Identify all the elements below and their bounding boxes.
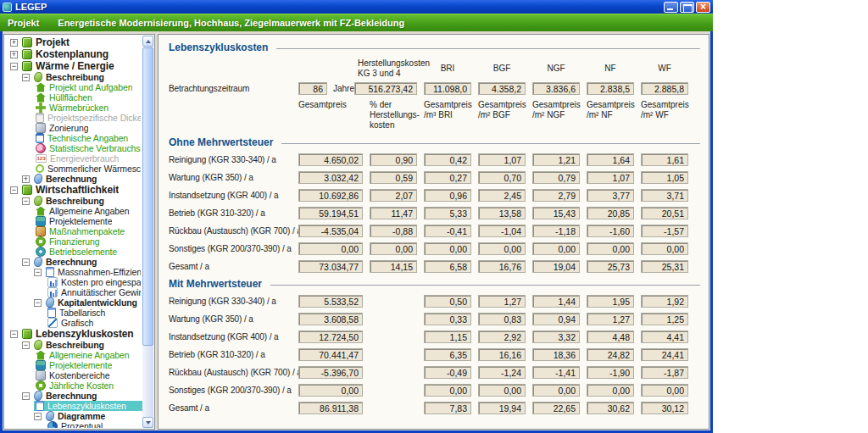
tree-item-zonierung[interactable]: Zonierung [5,123,142,133]
value-field-gesamtpreis[interactable]: 3.608,58 [298,313,363,325]
value-field-gesamtpreis[interactable]: 86.911,38 [298,402,363,414]
value-field-bri[interactable]: 11.098,0 [424,82,471,95]
value-field-bgf[interactable]: 19,94 [478,402,526,414]
tree-scrollbar[interactable] [142,36,153,428]
value-field-ngf[interactable]: 0,79 [532,171,580,184]
tree-item-berechnung[interactable]: +Berechnung [5,174,142,184]
tree-item-kapitalentwicklung[interactable]: −Kapitalentwicklung [5,297,142,308]
collapse-icon[interactable]: − [34,413,42,420]
value-field-bri[interactable]: 6,58 [424,260,471,273]
value-field-bgf[interactable]: -1,04 [478,225,526,237]
scroll-down-icon[interactable] [142,417,153,428]
value-field-wf[interactable]: 1,05 [641,171,688,184]
collapse-icon[interactable]: − [22,258,30,266]
tree-item-energieverbrauch[interactable]: Energieverbrauch [5,153,142,164]
tree-item-technische-angaben[interactable]: Technische Angaben [5,133,142,143]
value-field-bri[interactable]: 0,50 [424,295,471,308]
tree-item-massnahmen-effizienz[interactable]: −Massnahmen-Effizienz [5,267,142,277]
value-field-nf[interactable]: 2.838,5 [587,82,634,95]
value-field-ngf[interactable]: 3,32 [532,330,580,343]
value-field-ngf[interactable]: 0,94 [532,313,580,325]
value-field-gesamtpreis[interactable]: 73.034,77 [298,260,363,273]
value-field-nf[interactable]: 1,07 [587,171,634,184]
value-field-bri[interactable]: 5,33 [424,207,471,219]
value-field-gesamtpreis[interactable]: 70.441,47 [298,348,363,361]
value-field-ngf[interactable]: 15,43 [532,207,580,219]
value-field-ngf[interactable]: 18,36 [532,348,580,361]
value-field-gesamtpreis[interactable]: 10.692,86 [298,189,363,202]
collapse-icon[interactable]: − [22,74,30,81]
menu-projekt[interactable]: Projekt [8,18,39,28]
value-field-bri[interactable]: 0,42 [424,153,471,166]
collapse-icon[interactable]: − [22,392,30,400]
value-field-herstellungskosten[interactable]: 516.273,42 [354,82,417,95]
collapse-icon[interactable]: − [22,341,30,349]
tree-item-projekt-und-aufgaben[interactable]: Projekt und Aufgaben [5,82,142,92]
tree-item-berechnung[interactable]: −Berechnung [5,391,142,401]
tree-item-wärme-energie[interactable]: −Wärme / Energie [5,60,142,72]
value-field-wf[interactable]: 0,00 [641,242,688,255]
value-field-bri[interactable]: -0,49 [424,366,471,379]
value-field-nf[interactable]: 1,95 [587,295,634,308]
collapse-icon[interactable]: − [34,269,42,276]
value-field-wf[interactable]: 2.885,8 [641,82,688,95]
minimize-button[interactable] [664,2,678,13]
value-field-bri[interactable]: 7,83 [424,402,471,414]
value-field-bgf[interactable]: 16,16 [478,348,526,361]
value-field-gesamtpreis[interactable]: 5.533,52 [298,295,363,308]
tree-item-beschreibung[interactable]: −Beschreibung [5,196,142,206]
value-field-gesamtpreis[interactable]: -5.396,70 [298,366,363,379]
value-field-wf[interactable]: 3,71 [641,189,688,202]
value-field-ngf[interactable]: 1,21 [532,153,580,166]
value-field-wf[interactable]: 1,61 [641,153,688,166]
value-field-prozent[interactable]: 14,15 [370,260,417,273]
value-field-bri[interactable]: 0,33 [424,313,471,325]
tree-item-lebenszykluskosten[interactable]: Lebenszykluskosten [5,401,142,411]
scroll-up-icon[interactable] [142,36,153,47]
value-field-bgf[interactable]: 2,45 [478,189,526,202]
collapse-icon[interactable]: − [10,186,18,194]
scrollbar-thumb[interactable] [142,47,153,346]
value-field-bri[interactable]: -0,41 [424,225,471,237]
value-field-bgf[interactable]: 16,76 [478,260,526,273]
tree-item-beschreibung[interactable]: −Beschreibung [5,340,142,350]
collapse-icon[interactable]: − [34,299,42,307]
maximize-button[interactable] [680,2,694,13]
tree-item-sommerlicher-wärmeschutz[interactable]: Sommerlicher Wärmeschutz [5,164,142,174]
tree-item-diagramme[interactable]: −Diagramme [5,411,142,421]
value-field-wf[interactable]: 1,92 [641,295,688,308]
value-field-prozent[interactable]: 0,59 [370,171,417,184]
tree-item-berechnung[interactable]: −Berechnung [5,257,142,267]
tree-item-finanzierung[interactable]: Finanzierung [5,236,142,247]
value-field-ngf[interactable]: 3.836,6 [532,82,580,95]
value-field-bri[interactable]: 1,15 [424,330,471,343]
value-field-nf[interactable]: 30,62 [587,402,634,414]
value-field-prozent[interactable]: 0,90 [370,153,417,166]
expand-icon[interactable]: + [10,39,18,47]
tree-item-projektspezifische-dicken[interactable]: Projektspezifische Dicken [5,113,142,123]
value-field-nf[interactable]: 3,77 [587,189,634,202]
value-field-bgf[interactable]: 1,27 [478,295,526,308]
value-field-nf[interactable]: 20,85 [587,207,634,219]
value-field-bgf[interactable]: 2,92 [478,330,526,343]
value-field-ngf[interactable]: 0,00 [532,242,580,255]
value-field-prozent[interactable]: 2,07 [370,189,417,202]
value-field-nf[interactable]: 25,73 [587,260,634,273]
value-field-prozent[interactable]: 0,00 [370,242,417,255]
collapse-icon[interactable]: − [10,330,18,338]
tree-item-kosten-pro-eingesparter[interactable]: Kosten pro eingesparter... [5,277,142,287]
value-field-wf[interactable]: 20,51 [641,207,688,219]
tree-item-maßnahmenpakete[interactable]: Maßnahmenpakete [5,226,142,236]
value-field-bri[interactable]: 0,00 [424,384,471,397]
value-field-prozent[interactable]: 11,47 [370,207,417,219]
value-field-bgf[interactable]: 0,00 [478,384,526,397]
value-field-bgf[interactable]: 4.358,2 [478,82,526,95]
value-field-gesamtpreis[interactable]: 3.032,42 [298,171,363,184]
tree-item-kostenplanung[interactable]: +Kostenplanung [5,48,142,60]
value-field-bri[interactable]: 0,96 [424,189,471,202]
value-field-ngf[interactable]: 1,44 [532,295,580,308]
value-field-nf[interactable]: -1,60 [587,225,634,237]
tree-item-hüllflächen[interactable]: Hüllflächen [5,92,142,103]
years-field[interactable]: 86 [298,82,327,95]
value-field-wf[interactable]: -1,57 [641,225,688,237]
